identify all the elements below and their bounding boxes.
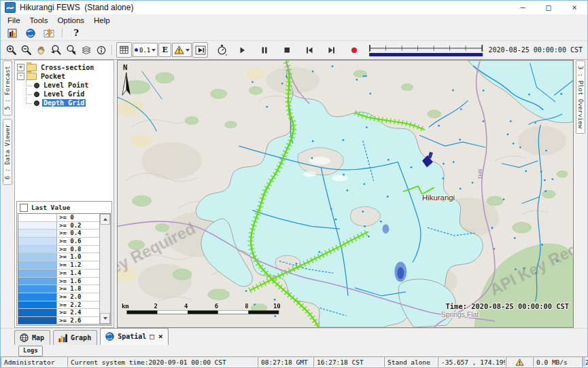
pan-hand-icon[interactable]: [34, 43, 48, 57]
maximize-icon[interactable]: □: [536, 1, 561, 14]
stop-icon[interactable]: [279, 43, 294, 57]
status-system-time: Current system time:2020-09-01 00:00 CST: [67, 356, 258, 367]
tree-expander-icon[interactable]: +: [17, 64, 24, 71]
tree-panel: +Cross-section-PocketLevel PointLevel Gr…: [15, 60, 114, 199]
skip-to-start-icon[interactable]: [302, 43, 316, 57]
layers-icon[interactable]: [79, 43, 93, 57]
bottom-tab-bar: Map Graph Spatial □ ×: [1, 328, 587, 345]
legend-row[interactable]: >= 2.0: [18, 293, 99, 301]
map-canvas[interactable]: API Key Required API Key Required Hikura…: [117, 60, 574, 328]
play-icon[interactable]: [235, 43, 249, 57]
left-tab-strip: 5 : Forecast 6 : Data Viewer: [1, 60, 14, 328]
legend-row[interactable]: >= 2.2: [18, 301, 99, 310]
pause-icon[interactable]: [257, 43, 271, 57]
tab-map[interactable]: Map: [14, 330, 50, 345]
tree-connector: [26, 97, 32, 104]
svg-text:10: 10: [273, 303, 281, 310]
skip-to-end-icon[interactable]: [324, 43, 339, 57]
legend-label: >= 1.0: [57, 253, 99, 261]
legend-swatch: [18, 270, 57, 277]
scroll-down-icon[interactable]: [100, 313, 110, 324]
tab-data-viewer[interactable]: 6 : Data Viewer: [3, 119, 12, 185]
main-area: 5 : Forecast 6 : Data Viewer +Cross-sect…: [1, 60, 587, 328]
grid-toggle-icon[interactable]: [116, 42, 132, 58]
legend-row[interactable]: >= 1.8: [18, 285, 99, 293]
current-datetime: 2020-08-25 00:00:00 CST: [489, 46, 584, 54]
menu-bar: FileToolsOptionsHelp: [1, 14, 587, 26]
legend-row[interactable]: >= 2.6: [18, 317, 99, 324]
time-slider[interactable]: [368, 43, 483, 57]
legend-swatch: [18, 278, 57, 285]
road-label: SH1: [477, 169, 483, 179]
legend-row[interactable]: >= 1.2: [18, 261, 99, 270]
last-value-checkbox[interactable]: [20, 204, 28, 212]
zoom-next-icon[interactable]: [64, 43, 78, 57]
legend-label: >= 2.0: [57, 293, 99, 301]
app-logo-icon: [5, 2, 16, 13]
labels-toggle-button[interactable]: E: [158, 43, 171, 57]
left-panel: +Cross-section-PocketLevel PointLevel Gr…: [14, 60, 114, 328]
scroll-track[interactable]: [100, 225, 110, 313]
chevron-down-icon: [186, 49, 190, 52]
tab-graph[interactable]: Graph: [53, 330, 97, 345]
info-icon[interactable]: [94, 43, 108, 57]
spatial-display-icon[interactable]: [41, 26, 57, 39]
status-warning-icon[interactable]: [506, 356, 533, 367]
legend-row[interactable]: >= 0.8: [18, 246, 99, 254]
legend-swatch: [18, 214, 57, 221]
tree-node-depth-grid[interactable]: Depth Grid: [17, 98, 112, 107]
legend-row[interactable]: >= 0: [18, 214, 99, 222]
animation-window-icon[interactable]: [192, 42, 208, 58]
legend-swatch: [18, 253, 57, 261]
scroll-up-icon[interactable]: [100, 214, 110, 225]
close-icon[interactable]: ×: [561, 1, 587, 14]
warning-icon: [174, 45, 184, 54]
legend-swatch: [18, 301, 57, 309]
legend-row[interactable]: >= 1.6: [18, 278, 99, 286]
legend-swatch: [18, 317, 57, 324]
legend-row[interactable]: >= 1.0: [18, 253, 99, 261]
minimize-icon[interactable]: –: [510, 1, 536, 14]
logs-button[interactable]: Logs: [18, 346, 43, 356]
menu-item-options[interactable]: Options: [52, 16, 89, 25]
legend-swatch: [18, 246, 57, 253]
tab-spatial[interactable]: Spatial □ ×: [100, 328, 168, 345]
tree-node-cross-section[interactable]: +Cross-section: [17, 63, 112, 72]
warning-dropdown[interactable]: [172, 43, 192, 57]
legend-scrollbar[interactable]: [99, 214, 110, 324]
record-icon[interactable]: [347, 43, 361, 57]
menu-item-file[interactable]: File: [3, 16, 25, 25]
bar-chart-icon: [58, 333, 68, 343]
legend-row[interactable]: >= 0.4: [18, 229, 99, 238]
legend-row[interactable]: >= 2.4: [18, 309, 99, 317]
tree-node-pocket[interactable]: -Pocket: [17, 72, 112, 81]
help-icon[interactable]: ?: [68, 26, 84, 39]
menu-item-tools[interactable]: Tools: [25, 16, 53, 25]
tab-close-icon[interactable]: ×: [158, 332, 164, 341]
zoom-in-icon[interactable]: [4, 43, 18, 57]
tab-restore-icon[interactable]: □: [149, 332, 155, 341]
town-label: Hikurangi: [422, 194, 455, 202]
timeseries-dialog-icon[interactable]: [4, 26, 20, 39]
status-memory: 2.5 GB: [582, 356, 588, 367]
tab-plot-overview[interactable]: 3 : Plot Overview: [576, 60, 585, 134]
legend-row[interactable]: >= 0.6: [18, 238, 99, 246]
status-coordinates: -35.657 , 174.199: [438, 356, 506, 367]
menu-item-help[interactable]: Help: [89, 16, 115, 25]
legend-swatch: [18, 261, 57, 269]
legend-swatch: [18, 309, 57, 316]
tab-spatial-label: Spatial: [118, 333, 146, 340]
tree-expander-icon[interactable]: -: [17, 73, 24, 80]
logs-row: Logs: [1, 345, 587, 356]
tree-connector: [26, 88, 32, 95]
contour-interval-dropdown[interactable]: 0.1: [133, 43, 158, 57]
tab-forecast[interactable]: 5 : Forecast: [3, 60, 12, 115]
legend-row[interactable]: >= 0.2: [18, 222, 99, 230]
scale-unit: km: [122, 303, 129, 310]
timer-icon[interactable]: [215, 43, 229, 57]
map-display-icon[interactable]: [22, 26, 39, 39]
zoom-out-icon[interactable]: [19, 43, 33, 57]
legend-label: >= 0.4: [57, 229, 99, 237]
legend-row[interactable]: >= 1.4: [18, 270, 99, 278]
zoom-previous-icon[interactable]: [49, 43, 63, 57]
